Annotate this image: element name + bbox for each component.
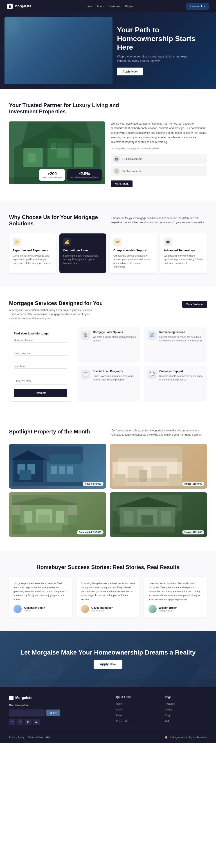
calc-down-input[interactable] [14, 355, 67, 362]
footer-logo-text: Morgaiste [15, 696, 32, 700]
social-twitter-icon[interactable]: t [17, 719, 23, 725]
services-description: At Morgaise, we understand that every ho… [9, 308, 99, 320]
privacy-policy-link[interactable]: Privacy Policy [9, 736, 24, 739]
why-card-technology: 💻 Advanced Technology We streamline the … [160, 234, 207, 273]
why-cards: ⭐ Expertise and Experience Our team has … [9, 234, 207, 273]
svg-rect-31 [169, 474, 181, 486]
nav-link-pages[interactable]: Pages [125, 4, 133, 8]
stats-overlay: +200 Sales in the past year *2.5% Annual… [39, 169, 102, 181]
contact-us-button[interactable]: Contact Us [186, 3, 209, 10]
property-type-1: House [85, 483, 92, 485]
cta-apply-button[interactable]: Apply Now [93, 660, 123, 669]
service-card-refinancing-content: Refinancing Service Our refinancing serv… [159, 331, 204, 359]
svg-rect-47 [124, 511, 133, 525]
mortgage-loan-title: Mortgage Loan Options [93, 331, 137, 334]
customer-support-body: Keeping clients informed at every stage … [159, 374, 204, 381]
customer-support-icon: 💬 [147, 370, 157, 379]
more-about-button[interactable]: More About [111, 181, 133, 187]
property-card-4: House $131,000 [110, 492, 207, 537]
why-header: Why Choose Us for Your Mortgage Solution… [9, 214, 207, 227]
trusted-heading: Your Trusted Partner for Luxury Living a… [9, 102, 122, 115]
nav-logo: Morgaiste [7, 4, 31, 9]
copyright-text: © Morgaiste – All Rights Reserved [169, 736, 207, 739]
quick-link-contact-anchor[interactable]: Contact Us [116, 720, 128, 722]
property-image-1: House $83,000 [9, 444, 106, 489]
calc-loan-input[interactable] [14, 368, 67, 375]
testimonial-text-1: Morgaise provided exceptional service. T… [14, 582, 68, 601]
hero-house-background [4, 17, 112, 84]
why-card-rates-body: Securing the best mortgage rate can sign… [63, 254, 103, 265]
page-link-404-anchor[interactable]: 404 [165, 720, 169, 722]
more-features-button[interactable]: More Features [182, 301, 207, 308]
technology-icon: 💻 [164, 238, 172, 246]
avatar-2 [81, 605, 89, 613]
quick-link-about-anchor[interactable]: About [116, 708, 123, 711]
nav-link-home[interactable]: Home [84, 4, 92, 8]
property-badge-4: House $131,000 [182, 530, 204, 534]
footer: Morgaiste Our Newsletter Submit f t in ▶… [0, 687, 216, 743]
mortgage-services-section: Mortgage Services Designed for You At Mo… [0, 287, 216, 415]
nav-links: Home About Features Pages [84, 4, 133, 8]
footer-copyright: 🏠 © Morgaiste – All Rights Reserved [165, 736, 207, 739]
newsletter-label: Our Newsletter [9, 704, 60, 707]
help-link[interactable]: Help [46, 736, 51, 739]
homebuyers-icon: 👥 [113, 156, 120, 162]
page-link-features-anchor[interactable]: Features [165, 702, 174, 705]
newsletter-input[interactable] [9, 710, 45, 716]
page-link-review-anchor[interactable]: Review [165, 708, 173, 711]
special-loan-body: Down Payment assistance programs, Vetera… [93, 374, 137, 381]
why-card-technology-title: Advanced Technology [164, 249, 204, 252]
why-heading: Why Choose Us for Your Mortgage Solution… [9, 214, 105, 227]
calc-interest-field [14, 378, 67, 384]
quick-link-home-anchor[interactable]: Home [116, 702, 123, 705]
mini-stat-achievement: 🏆 +50 Achievement [111, 166, 207, 176]
testimonial-text-3: I was impressed by the professionalism o… [148, 582, 202, 601]
testimonial-card-1: Morgaise provided exceptional service. T… [9, 577, 72, 618]
author-role-1: Realtor [24, 610, 45, 612]
navbar: Morgaiste Home About Features Pages Cont… [0, 0, 216, 12]
social-facebook-icon[interactable]: f [9, 719, 15, 725]
why-card-expertise-title: Expertise and Experience [12, 249, 52, 252]
nav-link-features[interactable]: Features [109, 4, 120, 8]
service-card-mortgage-loan-content: Mortgage Loan Options We offer a range o… [93, 331, 137, 359]
calculate-button[interactable]: Calculate [14, 389, 67, 397]
calc-mortgage-input[interactable] [14, 342, 67, 349]
property-badge-1: House $83,000 [83, 482, 104, 486]
social-youtube-icon[interactable]: ▶ [33, 719, 39, 725]
author-name-1: Alexander Smith [24, 606, 45, 610]
svg-rect-49 [161, 511, 171, 525]
testimonial-author-1: Alexander Smith Realtor [14, 605, 68, 613]
svg-rect-52 [112, 511, 118, 527]
terms-of-use-link[interactable]: Terms of Use [28, 736, 43, 739]
testimonial-card-2: Choosing Morgaise was the best decision … [77, 577, 139, 618]
hero-apply-button[interactable]: Apply Now [117, 68, 143, 75]
trusted-image: +200 Sales in the past year *2.5% Annual… [9, 121, 105, 184]
why-card-rates: 💰 Competitive Rates Securing the best mo… [59, 234, 106, 273]
expertise-icon: ⭐ [12, 238, 21, 246]
quick-link-rates-anchor[interactable]: Rates [116, 714, 123, 717]
hero-section: Your Path to Homeownership Starts Here W… [0, 12, 216, 89]
mortgage-loan-icon: 🏠 [81, 331, 90, 340]
svg-marker-0 [6, 19, 21, 33]
nav-link-about[interactable]: About [97, 4, 104, 8]
property-card-1: House $83,000 [9, 444, 106, 489]
rates-icon: 💰 [63, 238, 71, 246]
mortgage-loan-body: We offer a range of financial assistance… [93, 335, 137, 343]
why-card-technology-body: We streamline the mortgage application p… [164, 254, 204, 265]
why-card-expertise-body: Our team has the knowledge and expertise… [12, 254, 52, 265]
why-card-expertise: ⭐ Expertise and Experience Our team has … [9, 234, 56, 273]
property-badge-2: House $194,000 [182, 482, 204, 486]
quick-link-contact: Contact Us [116, 719, 158, 723]
page-link-404: 404 [165, 719, 207, 723]
social-linkedin-icon[interactable]: in [25, 719, 31, 725]
property-type-3: Commercial [79, 531, 92, 533]
newsletter-submit-button[interactable]: Submit [46, 710, 60, 716]
svg-marker-9 [21, 122, 93, 148]
property-price-3: $97,000 [93, 531, 101, 533]
page-link-blog-anchor[interactable]: Blog [165, 714, 170, 717]
calc-interest-input[interactable] [14, 378, 67, 384]
service-card-mortgage-loan: 🏠 Mortgage Loan Options We offer a range… [77, 327, 140, 363]
service-card-customer-support-content: Customer Support Keeping clients informe… [159, 370, 204, 398]
page-link-blog: Blog [165, 713, 207, 717]
svg-rect-6 [28, 153, 35, 162]
